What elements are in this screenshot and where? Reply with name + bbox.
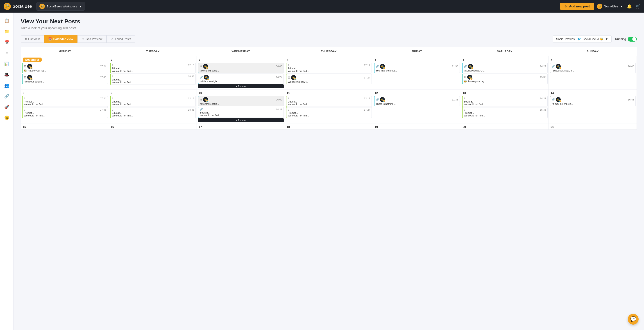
calendar-view-button[interactable]: 📅 Calendar View xyxy=(44,35,78,43)
cart-button[interactable]: 🛒 xyxy=(636,4,640,9)
post-card[interactable]: 🔗🐝🐦11:38You may be focus... xyxy=(374,63,460,73)
col-sunday: SUNDAY xyxy=(549,47,637,56)
day-number: 11 xyxy=(285,89,373,96)
post-card[interactable]: ⏸🐝🐦06:00#MonthlySpotlig... xyxy=(198,63,284,73)
more-posts-button[interactable]: + 2 more xyxy=(198,118,284,122)
post-card[interactable]: ?12:18Educati...We could not find... xyxy=(110,96,196,107)
workspace-chevron-icon: ▼ xyxy=(79,5,82,8)
user-menu[interactable]: 🐝 SocialBee ▼ xyxy=(597,3,623,9)
post-card[interactable]: ?18:36Educati...We could not find... xyxy=(110,74,196,85)
post-text: While you might ... xyxy=(200,80,282,83)
avatar-overlay: 🐦 xyxy=(559,67,561,69)
user-avatar-icon: 🐝 xyxy=(597,3,602,9)
list-view-label: List View xyxy=(28,37,40,41)
sidebar-item-face[interactable]: 😊 xyxy=(2,113,11,122)
calendar-day-cell: 16 xyxy=(109,123,197,130)
post-card-left: ? xyxy=(464,97,466,100)
calendar-day-cell: 19 xyxy=(373,123,461,130)
main-content: View Your Next Posts Take a look at your… xyxy=(14,12,644,330)
post-card[interactable]: 🔗🐝🐦14:27#SocialMedia #Gi... xyxy=(462,63,548,73)
question-icon: ? xyxy=(112,108,114,111)
chat-fab-button[interactable]: 💬 xyxy=(628,314,638,325)
post-text: Educati... xyxy=(288,67,370,70)
calendar-day-cell: 15 xyxy=(21,123,109,130)
calendar-week-row: November🖼🐝🐦17:24🐝 Pause your reg...🖼🐝🐦17… xyxy=(21,56,637,89)
post-card[interactable]: 🖼🐝🐦17:48From our detaile... xyxy=(22,74,108,84)
post-card[interactable]: 🖼🐝🐦15:38🐝 Pause your reg... xyxy=(462,73,548,84)
post-card[interactable]: 🔗14:27SocialB...We could not find... xyxy=(198,107,284,118)
post-card-left: ? xyxy=(288,108,289,111)
post-card-left: 🔗🐝🐦 xyxy=(552,64,561,69)
list-view-button[interactable]: ≡ List View xyxy=(21,35,44,43)
post-card[interactable]: 🔗🐝🐦11:38There is nothing ... xyxy=(374,96,460,106)
question-icon: ? xyxy=(288,64,289,67)
post-time: 14:27 xyxy=(276,76,282,78)
post-subtext: We could not find... xyxy=(200,114,282,117)
post-card[interactable]: 🔗🐝🐦14:27While you might ... xyxy=(198,73,284,84)
add-post-button[interactable]: ✈ Add new post xyxy=(560,3,594,10)
sidebar-item-list[interactable]: ≡ xyxy=(2,49,11,58)
post-text: 🐝 Pause your reg... xyxy=(464,80,546,83)
sidebar-item-calendar[interactable]: 📅 xyxy=(2,38,11,47)
post-subtext: We could not find... xyxy=(112,103,194,106)
post-card[interactable]: 🔗🐝🐦16:48"It may be impres... xyxy=(550,96,636,106)
sidebar-item-folder[interactable]: 📁 xyxy=(2,27,11,36)
post-card[interactable]: ?18:36Educati...We could not find... xyxy=(110,107,196,118)
day-number: 2 xyxy=(109,56,197,62)
col-thursday: THURSDAY xyxy=(285,47,373,56)
sidebar-item-chart[interactable]: 📊 xyxy=(2,59,11,68)
warning-icon: ⚠ xyxy=(111,37,114,41)
day-number: 4 xyxy=(285,56,373,62)
sidebar-item-people[interactable]: 👥 xyxy=(2,81,11,90)
post-card[interactable]: ?12:17Educati...We could not find... xyxy=(286,96,372,107)
post-time: 11:38 xyxy=(452,98,458,101)
day-number: 8 xyxy=(21,89,109,96)
post-subtext: We could not find... xyxy=(464,103,546,106)
grid-preview-button[interactable]: ⊞ Grid Preview xyxy=(78,35,106,43)
post-card-header: 🔗🐝🐦16:48 xyxy=(552,64,634,69)
page-subtitle: Take a look at your upcoming 100 posts. xyxy=(21,26,637,30)
post-card-header: 🖼🐝🐦17:48 xyxy=(24,75,106,80)
post-card[interactable]: ?17:24Promot...We could not find... xyxy=(22,96,108,107)
workspace-selector[interactable]: 🐝 SocialBee's Workspace ▼ xyxy=(36,2,85,10)
more-posts-button[interactable]: + 2 more xyxy=(198,84,284,88)
question-icon: ? xyxy=(24,108,26,111)
running-toggle[interactable] xyxy=(628,37,637,42)
post-time: 12:18 xyxy=(188,97,194,100)
post-card[interactable]: ?12:17Educati...We could not find... xyxy=(286,63,372,73)
notifications-button[interactable]: 🔔 xyxy=(627,4,632,9)
post-time: 06:00 xyxy=(276,98,282,101)
sidebar-item-clipboard[interactable]: 📋 xyxy=(2,16,11,25)
post-card[interactable]: ?15:38Promot...We could not find... xyxy=(462,107,548,118)
post-subtext: We could not find... xyxy=(288,103,370,106)
send-icon: ✈ xyxy=(564,4,567,8)
post-card-header: 🖼🐝🐦17:24 xyxy=(288,75,370,80)
sidebar-item-rocket[interactable]: 🚀 xyxy=(2,103,11,112)
page-title: View Your Next Posts xyxy=(21,18,637,25)
calendar-day-cell: 12🔗🐝🐦11:38There is nothing ... xyxy=(373,89,461,123)
post-card-left: ⏸🐝🐦 xyxy=(200,97,208,102)
failed-posts-button[interactable]: ⚠ Failed Posts xyxy=(106,35,135,43)
post-time: 17:24 xyxy=(364,76,370,79)
post-card[interactable]: 🖼🐝🐦17:24Wondering how t... xyxy=(286,74,372,84)
post-card[interactable]: ?17:48Promot...We could not find... xyxy=(22,107,108,118)
post-card[interactable]: ?14:27SocialB...We could not find... xyxy=(462,96,548,107)
profiles-selector[interactable]: Social Profiles: 🐦 SocialBee.io 🐝 ▼ xyxy=(553,35,612,43)
post-card[interactable]: ?17:24Promot...We could not find... xyxy=(286,107,372,118)
post-text: "It may be impres... xyxy=(552,103,634,105)
post-text: There is nothing ... xyxy=(376,103,458,105)
post-card[interactable]: 🖼🐝🐦17:24🐝 Pause your reg... xyxy=(22,63,108,73)
post-card[interactable]: 🔗🐝🐦16:48"Successful SEO i... xyxy=(550,63,636,73)
sidebar-item-hat[interactable]: 🎩 xyxy=(2,70,11,79)
sidebar-item-link[interactable]: 🔗 xyxy=(2,92,11,101)
post-card[interactable]: ?12:18Educati...We could not find... xyxy=(110,63,196,73)
post-card-left: 🖼🐝🐦 xyxy=(24,75,32,80)
question-icon: ? xyxy=(112,75,114,78)
calendar-table: MONDAY TUESDAY WEDNESDAY THURSDAY FRIDAY… xyxy=(21,47,637,130)
post-card[interactable]: ⏸🐝🐦06:00#MonthlySpotlig... xyxy=(198,96,284,106)
link-icon: 🔗 xyxy=(464,65,467,68)
post-time: 12:18 xyxy=(188,64,194,67)
post-card-header: ?17:24 xyxy=(288,108,370,111)
link-icon: 🔗 xyxy=(552,98,555,101)
link-icon: 🔗 xyxy=(200,108,203,111)
